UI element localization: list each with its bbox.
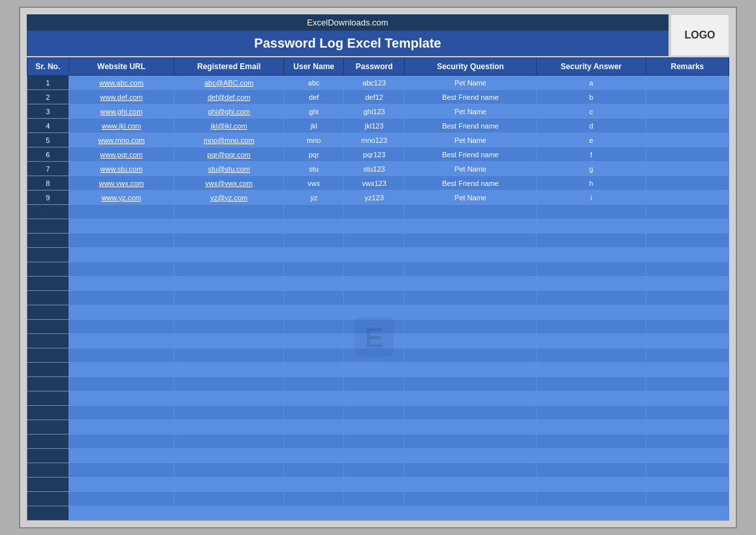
empty-cell bbox=[344, 262, 404, 277]
empty-cell bbox=[283, 334, 343, 348]
empty-cell bbox=[404, 305, 536, 320]
empty-cell bbox=[27, 449, 69, 463]
empty-cell bbox=[283, 348, 343, 363]
empty-cell bbox=[646, 334, 729, 348]
cell-url[interactable]: www.yz.com bbox=[69, 191, 174, 205]
empty-cell bbox=[27, 320, 69, 334]
empty-cell bbox=[537, 277, 646, 291]
empty-cell bbox=[283, 277, 343, 291]
empty-cell bbox=[537, 463, 646, 478]
cell-url[interactable]: www.mno.com bbox=[69, 133, 174, 147]
cell-email[interactable]: pqr@pqr.com bbox=[174, 147, 284, 162]
empty-cell bbox=[27, 262, 69, 277]
cell-remarks bbox=[646, 104, 729, 119]
cell-pass: jkl123 bbox=[344, 119, 404, 133]
empty-cell bbox=[537, 435, 646, 449]
empty-cell bbox=[69, 262, 174, 277]
cell-seca: g bbox=[537, 162, 646, 176]
cell-remarks bbox=[646, 147, 729, 162]
header-row: Sr. No. Website URL Registered Email Use… bbox=[27, 58, 729, 76]
empty-cell bbox=[174, 219, 284, 234]
empty-cell bbox=[537, 219, 646, 234]
cell-url[interactable]: www.vwx.com bbox=[69, 176, 174, 191]
empty-cell bbox=[404, 463, 536, 478]
empty-cell bbox=[27, 391, 69, 406]
cell-email[interactable]: ghi@ghi.com bbox=[174, 104, 284, 119]
cell-url[interactable]: www.def.com bbox=[69, 90, 174, 104]
empty-cell bbox=[404, 506, 536, 521]
empty-cell bbox=[344, 348, 404, 363]
cell-url[interactable]: www.pqr.com bbox=[69, 147, 174, 162]
cell-url[interactable]: www.abc.com bbox=[69, 76, 174, 90]
cell-email[interactable]: abc@ABC.com bbox=[174, 76, 284, 90]
empty-row bbox=[27, 205, 729, 219]
empty-cell bbox=[404, 277, 536, 291]
empty-cell bbox=[537, 506, 646, 521]
table-row: 7www.stu.comstu@stu.comstustu123Pet Name… bbox=[27, 162, 729, 176]
cell-email[interactable]: yz@yz.com bbox=[174, 191, 284, 205]
empty-cell bbox=[404, 377, 536, 391]
empty-cell bbox=[344, 449, 404, 463]
empty-cell bbox=[537, 449, 646, 463]
empty-cell bbox=[27, 478, 69, 492]
empty-cell bbox=[283, 363, 343, 377]
cell-pass: def12 bbox=[344, 90, 404, 104]
empty-cell bbox=[646, 506, 729, 521]
cell-remarks bbox=[646, 133, 729, 147]
title-block: ExcelDownloads.com Password Log Excel Te… bbox=[27, 14, 669, 56]
empty-cell bbox=[646, 463, 729, 478]
empty-cell bbox=[537, 334, 646, 348]
empty-cell bbox=[283, 449, 343, 463]
empty-cell bbox=[537, 478, 646, 492]
cell-secq: Best Friend name bbox=[404, 176, 536, 191]
cell-seca: e bbox=[537, 133, 646, 147]
empty-cell bbox=[646, 406, 729, 420]
col-header-remarks: Remarks bbox=[646, 58, 729, 76]
empty-cell bbox=[283, 291, 343, 305]
empty-cell bbox=[646, 492, 729, 506]
cell-email[interactable]: stu@stu.com bbox=[174, 162, 284, 176]
empty-cell bbox=[404, 320, 536, 334]
empty-cell bbox=[174, 435, 284, 449]
empty-row bbox=[27, 363, 729, 377]
empty-cell bbox=[174, 377, 284, 391]
empty-cell bbox=[174, 420, 284, 435]
cell-email[interactable]: mno@mno.com bbox=[174, 133, 284, 147]
empty-cell bbox=[646, 377, 729, 391]
empty-cell bbox=[283, 262, 343, 277]
empty-cell bbox=[69, 248, 174, 262]
empty-cell bbox=[344, 205, 404, 219]
empty-cell bbox=[27, 506, 69, 521]
cell-seca: c bbox=[537, 104, 646, 119]
cell-url[interactable]: www.stu.com bbox=[69, 162, 174, 176]
empty-cell bbox=[69, 234, 174, 248]
empty-cell bbox=[27, 291, 69, 305]
cell-email[interactable]: vwx@vwx.com bbox=[174, 176, 284, 191]
empty-cell bbox=[537, 363, 646, 377]
empty-cell bbox=[646, 234, 729, 248]
cell-srno: 6 bbox=[27, 147, 69, 162]
table-row: 2www.def.comdef@def.comdefdef12Best Frie… bbox=[27, 90, 729, 104]
cell-srno: 7 bbox=[27, 162, 69, 176]
empty-cell bbox=[69, 478, 174, 492]
empty-cell bbox=[537, 291, 646, 305]
cell-remarks bbox=[646, 162, 729, 176]
empty-cell bbox=[174, 391, 284, 406]
cell-url[interactable]: www.jkl.com bbox=[69, 119, 174, 133]
empty-cell bbox=[27, 435, 69, 449]
empty-cell bbox=[174, 506, 284, 521]
empty-cell bbox=[537, 391, 646, 406]
empty-cell bbox=[646, 478, 729, 492]
cell-pass: stu123 bbox=[344, 162, 404, 176]
empty-cell bbox=[27, 234, 69, 248]
cell-email[interactable]: jkl@jkl.com bbox=[174, 119, 284, 133]
empty-cell bbox=[404, 391, 536, 406]
empty-cell bbox=[344, 363, 404, 377]
cell-url[interactable]: www.ghi.com bbox=[69, 104, 174, 119]
cell-email[interactable]: def@def.com bbox=[174, 90, 284, 104]
cell-pass: vwx123 bbox=[344, 176, 404, 191]
col-header-email: Registered Email bbox=[174, 58, 284, 76]
empty-cell bbox=[283, 463, 343, 478]
cell-secq: Best Friend name bbox=[404, 90, 536, 104]
empty-cell bbox=[27, 334, 69, 348]
